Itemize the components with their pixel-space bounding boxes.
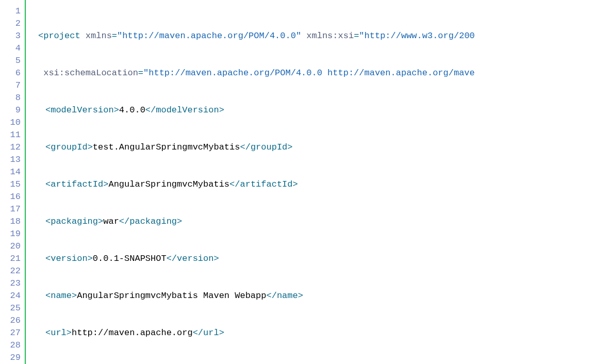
line-number: 6: [0, 67, 25, 79]
line-number: 10: [0, 117, 25, 129]
code-line[interactable]: <project xmlns="http://maven.apache.org/…: [38, 30, 594, 42]
line-number: 24: [0, 290, 25, 302]
line-number: 27: [0, 327, 25, 339]
code-line[interactable]: <artifactId>AngularSpringmvcMybatis</art…: [38, 178, 594, 191]
line-number: 4: [0, 42, 25, 55]
line-number: 9: [0, 104, 25, 117]
line-number: 17: [0, 203, 25, 216]
line-number: 23: [0, 277, 25, 290]
code-line[interactable]: xsi:schemaLocation="http://maven.apache.…: [38, 67, 594, 79]
code-line[interactable]: <packaging>war</packaging>: [38, 216, 594, 228]
line-number: 29: [0, 352, 25, 364]
line-number: 20: [0, 240, 25, 253]
code-line[interactable]: <modelVersion>4.0.0</modelVersion>: [38, 104, 594, 117]
line-number: 11: [0, 129, 25, 141]
line-number: 16: [0, 191, 25, 203]
line-number: 5: [0, 55, 25, 67]
line-number: 7: [0, 79, 25, 92]
code-area[interactable]: <project xmlns="http://maven.apache.org/…: [26, 0, 594, 364]
line-number: 3: [0, 30, 25, 42]
line-number: 8: [0, 92, 25, 104]
line-number: 2: [0, 18, 25, 30]
line-number: 14: [0, 166, 25, 178]
line-number: 15: [0, 178, 25, 191]
line-number: 26: [0, 315, 25, 327]
code-editor[interactable]: 1 2 3 4 5 6 7 8 9 10 11 12 13 14 15 16 1…: [0, 0, 594, 364]
code-line[interactable]: <groupId>test.AngularSpringmvcMybatis</g…: [38, 141, 594, 154]
line-number: 28: [0, 339, 25, 352]
line-number: 1: [0, 5, 25, 18]
line-number: 12: [0, 141, 25, 154]
line-number: 25: [0, 302, 25, 315]
code-line[interactable]: <url>http://maven.apache.org</url>: [38, 327, 594, 339]
line-number: 13: [0, 154, 25, 166]
line-number: 18: [0, 216, 25, 228]
code-line[interactable]: <version>0.0.1-SNAPSHOT</version>: [38, 253, 594, 265]
line-number-gutter: 1 2 3 4 5 6 7 8 9 10 11 12 13 14 15 16 1…: [0, 0, 26, 364]
line-number: 22: [0, 265, 25, 277]
code-line[interactable]: <name>AngularSpringmvcMybatis Maven Weba…: [38, 290, 594, 302]
line-number: 21: [0, 253, 25, 265]
line-number: 19: [0, 228, 25, 240]
